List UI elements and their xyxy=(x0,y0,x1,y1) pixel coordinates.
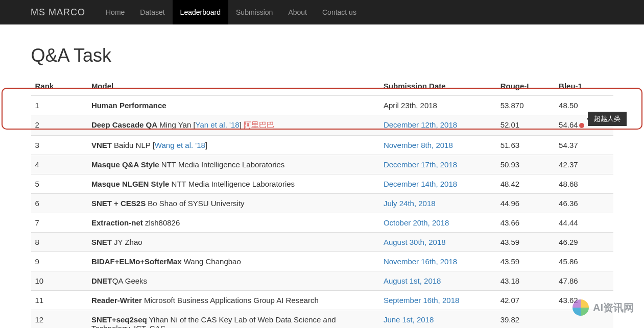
table-row: 10DNETQA GeeksAugust 1st, 201843.1847.86 xyxy=(31,271,613,291)
model-detail: Ming Yan [ xyxy=(157,120,196,129)
date-link[interactable]: June 1st, 2018 xyxy=(384,315,434,324)
nav-item-contact-us[interactable]: Contact us xyxy=(315,0,364,24)
watermark-text: AI资讯网 xyxy=(593,301,634,315)
col-rouge: Rouge-L xyxy=(496,77,555,96)
cell-date[interactable]: September 16th, 2018 xyxy=(379,291,496,310)
cell-bleu: 46.36 xyxy=(555,194,613,213)
cell-rank: 4 xyxy=(31,155,87,174)
cell-rank: 8 xyxy=(31,233,87,252)
date-link[interactable]: August 1st, 2018 xyxy=(384,276,441,285)
cell-model: BIDAF+ELMo+SofterMax Wang Changbao xyxy=(87,252,379,271)
model-detail: NTT Media Intelligence Laboratories xyxy=(169,180,295,188)
nav-item-leaderboard[interactable]: Leaderboard xyxy=(173,0,228,24)
watermark: AI资讯网 xyxy=(573,299,634,316)
model-name: Deep Cascade QA xyxy=(91,120,157,129)
cell-rouge: 51.63 xyxy=(496,136,555,155)
model-name: VNET xyxy=(91,141,112,149)
cell-model: Human Performance xyxy=(87,96,379,115)
cell-date[interactable]: December 17th, 2018 xyxy=(379,155,496,174)
cell-date[interactable]: October 20th, 2018 xyxy=(379,213,496,233)
model-name: Human Performance xyxy=(91,101,166,110)
table-row: 8SNET JY ZhaoAugust 30th, 201843.5946.29 xyxy=(31,233,613,252)
cell-rank: 12 xyxy=(31,310,87,329)
model-name: SNET xyxy=(91,238,112,246)
watermark-icon xyxy=(573,299,589,316)
cell-bleu: 44.44 xyxy=(555,213,613,233)
cell-model: SNET + CES2S Bo Shao of SYSU University xyxy=(87,194,379,213)
table-row: 5Masque NLGEN Style NTT Media Intelligen… xyxy=(31,174,613,194)
cell-rank: 6 xyxy=(31,194,87,213)
nav-item-submission[interactable]: Submission xyxy=(228,0,280,24)
table-row: 12SNET+seq2seq Yihan Ni of the CAS Key L… xyxy=(31,310,613,329)
table-row: 9BIDAF+ELMo+SofterMax Wang ChangbaoNovem… xyxy=(31,252,613,271)
date-link[interactable]: September 16th, 2018 xyxy=(384,296,459,305)
model-detail: JY Zhao xyxy=(112,238,142,246)
cell-rank: 11 xyxy=(31,291,87,310)
date-link[interactable]: November 16th, 2018 xyxy=(384,257,457,266)
nav-item-about[interactable]: About xyxy=(280,0,315,24)
cell-date[interactable]: June 1st, 2018 xyxy=(379,310,496,329)
model-detail: NTT Media Intelligence Laboratories xyxy=(159,160,285,169)
cell-rouge: 43.18 xyxy=(496,271,555,291)
model-detail: zlsh80826 xyxy=(143,218,180,227)
model-name: SNET+seq2seq xyxy=(91,315,147,324)
cell-model: SNET+seq2seq Yihan Ni of the CAS Key Lab… xyxy=(87,310,379,329)
cell-model: VNET Baidu NLP [Wang et al. '18] xyxy=(87,136,379,155)
col-model: Model xyxy=(87,77,379,96)
cell-date[interactable]: December 14th, 2018 xyxy=(379,174,496,194)
model-detail: Bo Shao of SYSU University xyxy=(146,199,244,208)
date-link[interactable]: December 14th, 2018 xyxy=(384,180,457,188)
model-name: Extraction-net xyxy=(91,218,143,227)
cell-bleu: 48.68 xyxy=(555,174,613,194)
nav-item-dataset[interactable]: Dataset xyxy=(132,0,172,24)
cell-date[interactable]: August 1st, 2018 xyxy=(379,271,496,291)
table-row: 6SNET + CES2S Bo Shao of SYSU University… xyxy=(31,194,613,213)
cell-bleu: 54.37 xyxy=(555,136,613,155)
table-row: 1Human PerformanceApril 23th, 201853.870… xyxy=(31,96,613,115)
cell-model: Masque NLGEN Style NTT Media Intelligenc… xyxy=(87,174,379,194)
nav-item-home[interactable]: Home xyxy=(98,0,132,24)
date-link[interactable]: December 12th, 2018 xyxy=(384,120,457,129)
model-name: Masque Q&A Style xyxy=(91,160,159,169)
cell-model: Extraction-net zlsh80826 xyxy=(87,213,379,233)
date-link[interactable]: November 8th, 2018 xyxy=(384,141,453,149)
cell-date[interactable]: July 24th, 2018 xyxy=(379,194,496,213)
cell-date[interactable]: November 8th, 2018 xyxy=(379,136,496,155)
table-row: 4Masque Q&A Style NTT Media Intelligence… xyxy=(31,155,613,174)
cell-rank: 3 xyxy=(31,136,87,155)
model-detail: QA Geeks xyxy=(112,276,147,285)
leaderboard-table: Rank Model Submission Date Rouge-L Bleu-… xyxy=(31,77,613,328)
model-name: Masque NLGEN Style xyxy=(91,180,170,188)
reference-link[interactable]: Yan et al. '18 xyxy=(196,120,240,129)
table-row: 7Extraction-net zlsh80826October 20th, 2… xyxy=(31,213,613,233)
cell-bleu: 42.37 xyxy=(555,155,613,174)
navbar: MS MARCO HomeDatasetLeaderboardSubmissio… xyxy=(0,0,644,24)
model-name: DNET xyxy=(91,276,112,285)
model-name: Reader-Writer xyxy=(91,296,142,305)
date-link[interactable]: October 20th, 2018 xyxy=(384,218,449,227)
date-link[interactable]: July 24th, 2018 xyxy=(384,199,436,208)
cell-model: DNETQA Geeks xyxy=(87,271,379,291)
cell-date[interactable]: August 30th, 2018 xyxy=(379,233,496,252)
cell-model: Masque Q&A Style NTT Media Intelligence … xyxy=(87,155,379,174)
tooltip-surpass-human: 超越人类 xyxy=(588,112,627,126)
cell-rank: 5 xyxy=(31,174,87,194)
date-link[interactable]: August 30th, 2018 xyxy=(384,238,446,246)
cell-rank: 9 xyxy=(31,252,87,271)
col-bleu: Bleu-1 xyxy=(555,77,613,96)
cell-date: April 23th, 2018 xyxy=(379,96,496,115)
cell-rouge: 43.59 xyxy=(496,252,555,271)
cell-rouge: 43.66 xyxy=(496,213,555,233)
cell-rouge: 43.59 xyxy=(496,233,555,252)
brand[interactable]: MS MARCO xyxy=(31,7,85,18)
cell-date[interactable]: November 16th, 2018 xyxy=(379,252,496,271)
cell-rouge: 39.82 xyxy=(496,310,555,329)
date-link[interactable]: December 17th, 2018 xyxy=(384,160,457,169)
cell-rouge: 42.07 xyxy=(496,291,555,310)
cell-bleu: 45.86 xyxy=(555,252,613,271)
col-date: Submission Date xyxy=(379,77,496,96)
table-row: 3VNET Baidu NLP [Wang et al. '18]Novembe… xyxy=(31,136,613,155)
table-row: 2Deep Cascade QA Ming Yan [Yan et al. '1… xyxy=(31,115,613,136)
reference-link[interactable]: Wang et al. '18 xyxy=(155,141,205,149)
cell-date[interactable]: December 12th, 2018 xyxy=(379,115,496,136)
